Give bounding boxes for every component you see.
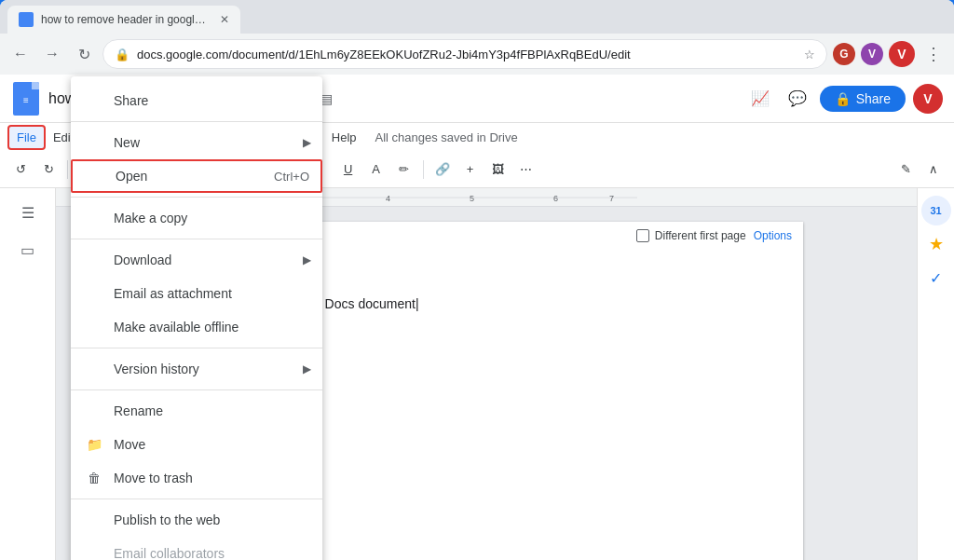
toolbar-separator-5 [423, 160, 424, 179]
redo-button[interactable]: ↻ [35, 157, 61, 183]
trash-icon: 🗑 [86, 471, 102, 485]
file-menu-share[interactable]: Share [71, 84, 322, 117]
share-button[interactable]: 🔒 Share [820, 86, 906, 112]
file-menu-new-label: New [114, 135, 140, 150]
user-avatar[interactable]: V [913, 84, 943, 114]
insert-special-button[interactable]: + [457, 157, 484, 183]
file-menu-make-copy[interactable]: Make a copy [71, 201, 322, 235]
file-dropdown-menu: Share New ▶ Open Ctrl+O Make a copy [71, 76, 322, 560]
browser-tab[interactable]: how to remove header in google docs ✕ [7, 6, 240, 34]
share-lock-icon: 🔒 [835, 91, 851, 106]
file-menu-publish-label: Publish to the web [114, 512, 220, 527]
calendar-icon[interactable]: 31 [921, 196, 951, 225]
more-options-button[interactable]: ⋮ [920, 41, 947, 67]
svg-text:7: 7 [609, 194, 614, 203]
tab-close-icon[interactable]: ✕ [220, 13, 229, 26]
file-menu-new[interactable]: New ▶ [71, 126, 322, 159]
undo-button[interactable]: ↺ [7, 157, 34, 183]
tab-title: how to remove header in google docs [41, 13, 209, 26]
share-label: Share [856, 91, 891, 106]
download-submenu-arrow: ▶ [303, 253, 311, 266]
file-menu-email-attachment[interactable]: Email as attachment [71, 277, 322, 310]
file-menu-download[interactable]: Download ▶ [71, 243, 322, 277]
folder-move-icon: 📁 [86, 437, 102, 452]
different-first-page-checkbox[interactable] [636, 229, 649, 242]
open-shortcut: Ctrl+O [274, 170, 309, 184]
svg-text:6: 6 [553, 194, 558, 203]
file-menu-share-label: Share [114, 93, 148, 108]
insert-image-button[interactable]: 🖼 [485, 157, 511, 183]
docs-logo: ≡ [11, 80, 41, 117]
file-menu-publish[interactable]: Publish to the web [71, 503, 322, 537]
file-menu-offline[interactable]: Make available offline [71, 310, 322, 344]
file-menu-trash[interactable]: 🗑 Move to trash [71, 461, 322, 495]
version-submenu-arrow: ▶ [303, 362, 311, 376]
file-menu-email-collab-label: Email collaborators [114, 546, 225, 560]
more-toolbar-button[interactable]: ⋯ [513, 157, 539, 183]
file-menu-email-collaborators: Email collaborators [71, 537, 322, 560]
menu-item-file[interactable]: File [7, 125, 46, 150]
file-menu-version-history[interactable]: Version history ▶ [71, 352, 322, 386]
star-bookmark-icon[interactable]: ☆ [804, 48, 815, 61]
lock-icon: 🔒 [115, 48, 129, 61]
underline-button[interactable]: U [335, 157, 361, 183]
toolbar-separator-1 [67, 160, 68, 179]
all-changes-saved: All changes saved in Drive [375, 130, 518, 144]
file-menu-move-label: Move [114, 437, 145, 452]
tab-favicon [19, 12, 34, 27]
keep-icon[interactable]: ★ [921, 229, 951, 259]
svg-text:5: 5 [470, 194, 474, 203]
edit-mode-button[interactable]: ✎ [893, 157, 919, 183]
file-menu-open[interactable]: Open Ctrl+O [71, 159, 322, 193]
file-menu-trash-label: Move to trash [114, 471, 193, 485]
file-menu-download-label: Download [114, 253, 171, 267]
menu-item-help[interactable]: Help [324, 127, 364, 148]
refresh-button[interactable]: ↻ [71, 41, 97, 67]
file-menu-offline-label: Make available offline [114, 320, 238, 335]
different-first-page-label: Different first page [655, 229, 746, 242]
url-text: docs.google.com/document/d/1EhLm6yZ8EEkO… [137, 48, 797, 61]
file-menu-move[interactable]: 📁 Move [71, 428, 322, 461]
file-menu-copy-label: Make a copy [114, 211, 187, 225]
highlight-button[interactable]: ✏ [391, 157, 417, 183]
profile-icon-3[interactable]: V [889, 41, 915, 67]
file-menu-rename-label: Rename [114, 403, 163, 418]
options-link[interactable]: Options [754, 229, 792, 242]
pages-icon[interactable]: ▭ [11, 233, 45, 266]
right-panel: 31 ★ ✓ [917, 188, 954, 560]
header-options-area: Different first page Options [636, 229, 792, 242]
profile-icon-2[interactable]: V [861, 43, 883, 65]
file-menu-version-label: Version history [114, 362, 199, 376]
outline-icon[interactable]: ☰ [11, 196, 45, 229]
profile-icon-1[interactable]: G [833, 43, 855, 65]
collapse-toolbar-button[interactable]: ∧ [920, 157, 947, 183]
tasks-icon[interactable]: ✓ [921, 263, 951, 293]
file-menu-rename[interactable]: Rename [71, 394, 322, 428]
address-bar[interactable]: 🔒 docs.google.com/document/d/1EhLm6yZ8EE… [102, 39, 827, 69]
text-color-button[interactable]: A [363, 157, 389, 183]
link-button[interactable]: 🔗 [429, 157, 456, 183]
different-first-page-option[interactable]: Different first page [636, 229, 746, 242]
comments-button[interactable]: 💬 [783, 84, 812, 114]
forward-button[interactable]: → [39, 41, 65, 67]
back-button[interactable]: ← [7, 41, 34, 67]
file-menu-email-label: Email as attachment [114, 286, 232, 301]
svg-text:4: 4 [386, 194, 390, 203]
new-submenu-arrow: ▶ [303, 136, 311, 149]
file-menu-open-label: Open [116, 169, 147, 184]
analytics-button[interactable]: 📈 [745, 84, 775, 114]
left-panel: ☰ ▭ [0, 188, 56, 560]
